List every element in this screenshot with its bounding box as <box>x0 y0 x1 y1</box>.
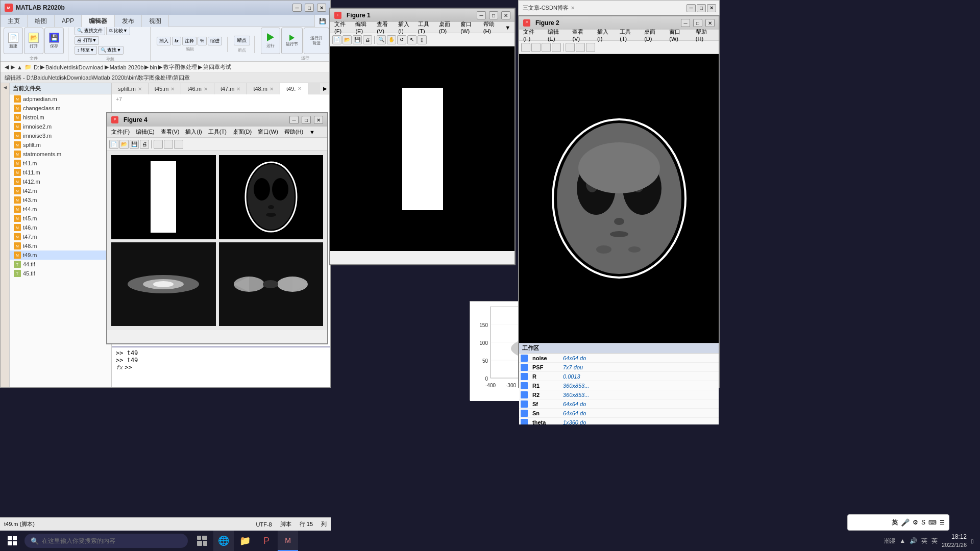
save-button[interactable]: 💾 <box>314 15 330 27</box>
fig1-brush-icon[interactable]: ▯ <box>418 35 427 44</box>
fig1-menu-insert[interactable]: 插入(I) <box>398 20 411 34</box>
file-item[interactable]: Mt412.m <box>10 177 111 186</box>
tab-spfilt[interactable]: spfilt.m ✕ <box>112 83 149 94</box>
breakpoint-button[interactable]: 断点 <box>234 36 250 45</box>
fig2-menu-view[interactable]: 查看(V) <box>572 28 591 42</box>
tab-t48[interactable]: t48.m ✕ <box>247 83 280 94</box>
tab-t47[interactable]: t47.m ✕ <box>214 83 248 94</box>
tab-view[interactable]: 视图 <box>142 15 169 27</box>
fig1-menu-window[interactable]: 窗口(W) <box>460 20 477 34</box>
file-item[interactable]: Mspfilt.m <box>10 140 111 149</box>
workspace-row[interactable]: theta1x360 do <box>519 418 719 424</box>
start-button[interactable] <box>0 531 24 551</box>
fig4-brush-icon[interactable] <box>174 140 183 149</box>
file-item[interactable]: Mhistroi.m <box>10 113 111 122</box>
fig2-menu-file[interactable]: 文件(F) <box>523 28 542 42</box>
breadcrumb-nav-back[interactable]: ◀ <box>5 64 9 70</box>
fig4-menu-view[interactable]: 查看(V) <box>161 128 180 136</box>
breadcrumb-nav-up[interactable]: ▲ <box>17 64 22 70</box>
workspace-row[interactable]: noise64x64 do <box>519 354 719 363</box>
taskbar-matlab-icon[interactable]: M <box>278 531 298 551</box>
fig2-select-icon[interactable] <box>576 43 585 52</box>
fig2-new-icon[interactable] <box>521 43 530 52</box>
file-item[interactable]: Mimnoise3.m <box>10 131 111 140</box>
fig1-menu-edit[interactable]: 编辑(E) <box>355 20 371 34</box>
ime-menu-icon[interactable]: ☰ <box>940 519 945 526</box>
fig1-rotate-icon[interactable]: ↺ <box>397 35 406 44</box>
file-item[interactable]: Mt42.m <box>10 186 111 195</box>
file-item[interactable]: Mt44.m <box>10 205 111 214</box>
close-t49-icon[interactable]: ✕ <box>298 86 302 91</box>
fig4-menu-help[interactable]: 帮助(H) <box>284 128 303 136</box>
tab-t46[interactable]: t46.m ✕ <box>181 83 214 94</box>
file-item[interactable]: Mt48.m <box>10 241 111 251</box>
csdn-close-button[interactable]: ✕ <box>707 4 716 12</box>
fig1-save-icon[interactable]: 💾 <box>353 35 362 44</box>
fig1-menu-extra[interactable]: ▼ <box>505 24 510 31</box>
fig1-menu-desktop[interactable]: 桌面(D) <box>439 20 454 34</box>
close-t46-icon[interactable]: ✕ <box>204 86 208 92</box>
indent-button[interactable]: 缩进 <box>208 37 222 45</box>
figure4-minimize-button[interactable]: ─ <box>289 116 299 124</box>
csdn-tab-close[interactable]: ✕ <box>571 5 575 11</box>
file-item[interactable]: Mt46.m <box>10 223 111 232</box>
tab-home[interactable]: 主页 <box>1 15 28 27</box>
matlab-close-button[interactable]: ✕ <box>317 4 326 12</box>
close-spfilt-icon[interactable]: ✕ <box>138 86 142 92</box>
new-button[interactable]: 📄 新建 <box>4 28 23 54</box>
run-section-button[interactable]: 运行节 <box>281 28 303 54</box>
fig1-select-icon[interactable]: ↖ <box>407 35 416 44</box>
matlab-minimize-button[interactable]: ─ <box>292 4 302 12</box>
tabs-overflow-button[interactable]: ▶ <box>320 83 330 94</box>
breadcrumb-chapter4[interactable]: 第四章考试 <box>203 63 231 71</box>
file-item[interactable]: Mt43.m <box>10 195 111 205</box>
tab-plot[interactable]: 绘图 <box>28 15 55 27</box>
tray-expand-icon[interactable]: ▯ <box>971 538 974 544</box>
taskbar-search[interactable]: 🔍 <box>24 534 188 548</box>
fig2-menu-edit[interactable]: 编辑(E) <box>548 28 567 42</box>
fig4-print-icon[interactable]: 🖨 <box>140 140 149 149</box>
file-item[interactable]: Mimnoise2.m <box>10 122 111 131</box>
open-button[interactable]: 📂 打开 <box>24 28 43 54</box>
tray-network-icon[interactable]: ▲ <box>899 537 905 544</box>
tray-ime-icon[interactable]: 英 <box>932 537 938 545</box>
save-file-button[interactable]: 💾 保存 <box>44 28 64 54</box>
breadcrumb-matlab[interactable]: Matlab 2020b <box>110 64 144 70</box>
fig1-zoom-icon[interactable]: 🔍 <box>377 35 386 44</box>
csdn-minimize-button[interactable]: ─ <box>687 4 696 12</box>
fig1-new-icon[interactable]: 📄 <box>332 35 341 44</box>
fig1-menu-view[interactable]: 查看(V) <box>377 20 392 34</box>
workspace-row[interactable]: R0.0013 <box>519 372 719 381</box>
fig2-menu-window[interactable]: 窗口(W) <box>669 28 690 42</box>
file-item[interactable]: Mt41.m <box>10 159 111 168</box>
fig4-select-icon[interactable] <box>164 140 173 149</box>
close-t45-icon[interactable]: ✕ <box>170 86 175 92</box>
find-button[interactable]: 🔍 查找▼ <box>98 46 124 55</box>
file-item[interactable]: Mstatmoments.m <box>10 149 111 159</box>
fig4-menu-desktop[interactable]: 桌面(D) <box>233 128 252 136</box>
fig1-pan-icon[interactable]: ✋ <box>387 35 396 44</box>
taskbar-explorer-icon[interactable]: 📁 <box>235 531 255 551</box>
workspace-row[interactable]: R1360x853... <box>519 381 719 390</box>
file-item[interactable]: Madpmedian.m <box>10 94 111 104</box>
file-item[interactable]: T44.tif <box>10 260 111 269</box>
print-button[interactable]: 🖨 打印▼ <box>75 36 99 45</box>
fig2-zoom-icon[interactable] <box>566 43 575 52</box>
find-file-button[interactable]: 🔍 查找文件 <box>75 27 105 35</box>
ime-keyboard-icon[interactable]: ⌨ <box>928 519 937 526</box>
taskbar-edge-icon[interactable]: 🌐 <box>213 531 234 551</box>
workspace-row[interactable]: Sf64x64 do <box>519 399 719 409</box>
tab-app[interactable]: APP <box>55 15 82 27</box>
fig2-brush-icon[interactable] <box>586 43 595 52</box>
fig4-menu-edit[interactable]: 编辑(E) <box>136 128 155 136</box>
fig2-menu-tools[interactable]: 工具(T) <box>620 28 638 42</box>
breadcrumb-nav-forward[interactable]: ▶ <box>11 64 15 70</box>
fig2-save-icon[interactable] <box>542 43 551 52</box>
fig4-zoom-icon[interactable] <box>154 140 163 149</box>
tab-t49[interactable]: t49. ✕ <box>280 83 308 94</box>
figure4-maximize-button[interactable]: □ <box>302 116 311 124</box>
left-nav-icon1[interactable]: ◀ <box>4 85 7 90</box>
ime-mic-icon[interactable]: 🎤 <box>901 518 910 527</box>
run-button[interactable]: 运行 <box>261 28 280 54</box>
close-t47-icon[interactable]: ✕ <box>236 86 240 92</box>
